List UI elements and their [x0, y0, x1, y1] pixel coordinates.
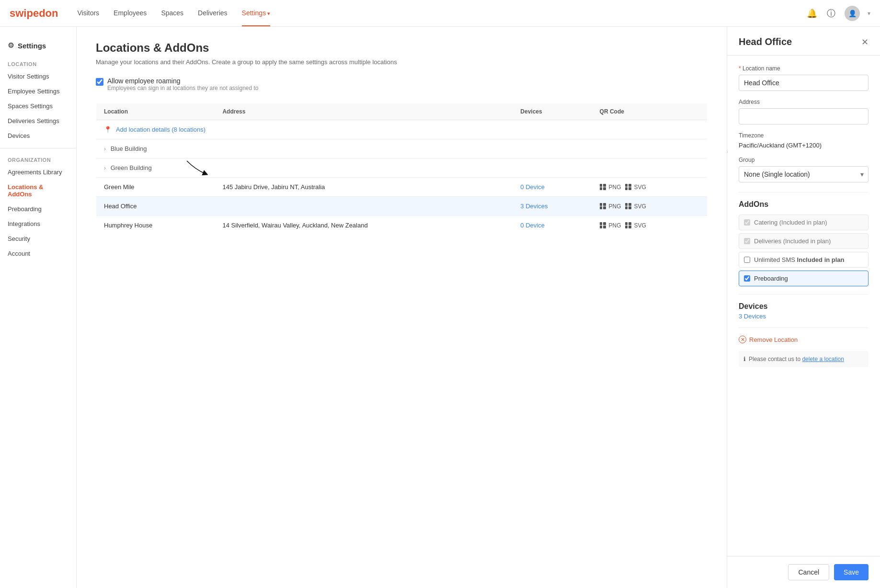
chevron-down-icon: ▾	[868, 10, 870, 17]
addon-catering-label: Catering (Included in plan)	[754, 219, 827, 226]
nav-links: Visitors Employees Spaces Deliveries Set…	[77, 0, 806, 26]
expand-icon: ›	[104, 165, 106, 171]
location-address-cell	[215, 197, 513, 216]
addon-deliveries-label: Deliveries (Included in plan)	[754, 237, 831, 245]
page-title: Locations & AddOns	[96, 41, 708, 55]
location-name-input[interactable]	[739, 75, 869, 91]
col-qrcode: QR Code	[592, 103, 708, 120]
device-count-link[interactable]: 0 Device	[520, 183, 545, 191]
locations-table: Location Address Devices QR Code 📍 Add l…	[96, 103, 708, 235]
panel-header: Head Office ✕	[727, 27, 880, 56]
col-location: Location	[96, 103, 215, 120]
annotation-arrow-2	[727, 137, 736, 166]
cancel-button[interactable]: Cancel	[788, 564, 829, 580]
qr-links: PNG SVG	[600, 184, 699, 191]
logo[interactable]: swipedon	[10, 7, 58, 20]
addon-preboarding-checkbox[interactable]	[744, 275, 750, 282]
content-area: Locations & AddOns Manage your locations…	[77, 27, 727, 588]
delete-location-link[interactable]: delete a location	[802, 356, 844, 362]
qr-icon	[625, 184, 631, 190]
remove-location-button[interactable]: ✕ Remove Location	[739, 336, 869, 343]
table-row: Humphrey House 14 Silverfield, Wairau Va…	[96, 216, 708, 235]
add-location-row[interactable]: 📍 Add location details (8 locations)	[96, 120, 708, 139]
sidebar-item-agreements[interactable]: Agreements Library	[0, 165, 76, 180]
sidebar-item-locations-addons[interactable]: Locations & AddOns	[0, 180, 76, 202]
panel-footer: Cancel Save	[727, 556, 880, 588]
sidebar-section-organization: ORGANIZATION	[0, 153, 76, 165]
sidebar-title: ⚙ Settings	[0, 36, 76, 57]
sidebar-item-spaces-settings[interactable]: Spaces Settings	[0, 99, 76, 113]
addon-deliveries-checkbox	[744, 238, 750, 244]
sidebar-item-deliveries-settings[interactable]: Deliveries Settings	[0, 113, 76, 128]
table-header: Location Address Devices QR Code	[96, 103, 708, 120]
add-location-label[interactable]: Add location details (8 locations)	[116, 126, 206, 133]
addon-sms-checkbox[interactable]	[744, 257, 750, 263]
addon-sms: Unlimited SMS Included in plan	[739, 252, 869, 268]
table-row[interactable]: Head Office 3 Devices PNG	[96, 197, 708, 216]
address-input[interactable]	[739, 108, 869, 124]
nav-visitors[interactable]: Visitors	[77, 0, 99, 26]
sidebar-item-employee-settings[interactable]: Employee Settings	[0, 84, 76, 99]
qr-icon	[625, 203, 631, 209]
qr-png-link[interactable]: PNG	[600, 203, 621, 210]
sidebar-item-integrations[interactable]: Integrations	[0, 216, 76, 231]
group-select[interactable]: None (Single location)	[739, 166, 869, 182]
nav-deliveries[interactable]: Deliveries	[198, 0, 227, 26]
col-devices: Devices	[513, 103, 592, 120]
sidebar-item-security[interactable]: Security	[0, 231, 76, 246]
qr-svg-link[interactable]: SVG	[625, 184, 646, 191]
addon-catering-checkbox	[744, 219, 750, 226]
table-row[interactable]: › Green Building	[96, 158, 708, 178]
sidebar-item-devices[interactable]: Devices	[0, 128, 76, 143]
nav-spaces[interactable]: Spaces	[161, 0, 183, 26]
expand-icon: ›	[104, 146, 106, 152]
nav-right: 🔔 ⓘ 👤 ▾	[806, 6, 870, 21]
qr-png-link[interactable]: PNG	[600, 222, 621, 229]
panel-body: * Location name Address Timezone Pacific…	[727, 56, 880, 556]
device-count-link[interactable]: 0 Device	[520, 222, 545, 229]
sidebar-divider	[0, 148, 76, 148]
devices-section: Devices 3 Devices	[739, 302, 869, 320]
save-button[interactable]: Save	[834, 564, 869, 580]
nav-employees[interactable]: Employees	[114, 0, 147, 26]
section-divider	[739, 192, 869, 192]
device-count-link[interactable]: 3 Devices	[520, 203, 548, 210]
main-layout: ⚙ Settings LOCATION Visitor Settings Emp…	[0, 27, 880, 588]
timezone-label: Timezone	[739, 132, 869, 139]
info-icon[interactable]: ⓘ	[825, 8, 837, 19]
qr-svg-link[interactable]: SVG	[625, 203, 646, 210]
addon-deliveries: Deliveries (Included in plan)	[739, 233, 869, 249]
qr-icon	[600, 184, 606, 190]
avatar[interactable]: 👤	[845, 6, 860, 21]
sidebar-item-preboarding[interactable]: Preboarding	[0, 202, 76, 216]
nav-settings[interactable]: Settings	[242, 0, 271, 26]
close-button[interactable]: ✕	[861, 37, 869, 47]
page-subtitle: Manage your locations and their AddOns. …	[96, 58, 708, 66]
sidebar-item-visitor-settings[interactable]: Visitor Settings	[0, 69, 76, 84]
roaming-label: Allow employee roaming	[107, 77, 259, 85]
sidebar-item-account[interactable]: Account	[0, 246, 76, 261]
remove-location-label: Remove Location	[749, 336, 798, 343]
qr-links: PNG SVG	[600, 203, 699, 210]
table-row[interactable]: › Blue Building	[96, 139, 708, 158]
section-divider-3	[739, 328, 869, 328]
sidebar-section-location: LOCATION	[0, 57, 76, 69]
location-address-cell: 145 Jabiru Drive, Jabiru NT, Australia	[215, 178, 513, 197]
qr-png-link[interactable]: PNG	[600, 184, 621, 191]
qr-svg-link[interactable]: SVG	[625, 222, 646, 229]
qr-icon	[625, 222, 631, 228]
addon-preboarding-label: Preboarding	[754, 275, 788, 282]
addon-sms-label: Unlimited SMS Included in plan	[754, 256, 845, 263]
panel-title: Head Office	[739, 36, 792, 47]
addon-catering: Catering (Included in plan)	[739, 215, 869, 230]
notification-icon[interactable]: 🔔	[806, 8, 818, 19]
top-nav: swipedon Visitors Employees Spaces Deliv…	[0, 0, 880, 27]
allow-roaming-row: Allow employee roaming Employees can sig…	[96, 77, 708, 91]
devices-count-link[interactable]: 3 Devices	[739, 313, 869, 320]
timezone-value: Pacific/Auckland (GMT+1200)	[739, 142, 869, 149]
qr-links: PNG SVG	[600, 222, 699, 229]
allow-roaming-checkbox[interactable]	[96, 78, 103, 86]
addons-title: AddOns	[739, 200, 869, 209]
info-row: ℹ Please contact us to delete a location	[739, 351, 869, 367]
col-address: Address	[215, 103, 513, 120]
